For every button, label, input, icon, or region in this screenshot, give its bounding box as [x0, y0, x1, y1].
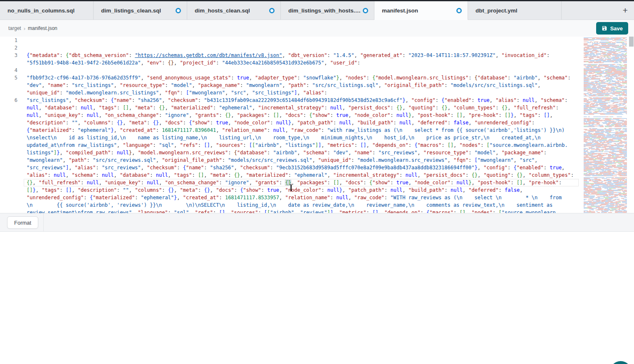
code-line[interactable]: "unique_id": "model.mwonglearn.src_listi… — [0, 89, 582, 97]
modified-dot-icon[interactable] — [363, 8, 368, 13]
code-line[interactable]: \n {{ source('airbnb', 'reviews') }}\n \… — [0, 201, 582, 209]
code-line[interactable]: 2 — [0, 44, 582, 52]
tab-no_nulls_in_columns-sql[interactable]: no_nulls_in_columns.sql — [0, 1, 94, 20]
tab-label: dim_listings_clean.sql — [101, 7, 161, 14]
line-number: 5 — [0, 74, 17, 82]
code-line[interactable]: \nselect\n id as listing_id,\n name as l… — [0, 134, 582, 141]
dbt-ide-window: no_nulls_in_columns.sqldim_listings_clea… — [0, 0, 634, 364]
code-line[interactable]: updated_at\nfrom raw_listings", "languag… — [0, 141, 582, 149]
tab-list: no_nulls_in_columns.sqldim_listings_clea… — [0, 1, 634, 20]
save-button-label: Save — [610, 25, 623, 32]
line-number: 3 — [0, 52, 17, 59]
code-line[interactable]: listings"]}, "compiled_path": null}, "mo… — [0, 149, 582, 156]
results-panel-header: Format — [0, 213, 634, 232]
modified-dot-icon[interactable] — [176, 8, 181, 13]
breadcrumb-bar: target›manifest.json Save — [0, 20, 634, 37]
code-line[interactable]: {"materialized": "ephemeral"}, "created_… — [0, 126, 582, 134]
tab-dim_hosts_clean-sql[interactable]: dim_hosts_clean.sql — [187, 1, 281, 20]
tab-label: manifest.json — [382, 7, 418, 14]
tab-label: no_nulls_in_columns.sql — [7, 7, 74, 14]
save-button[interactable]: Save — [596, 22, 628, 35]
code-line[interactable]: "dev", "name": "src_listings", "resource… — [0, 82, 582, 89]
minimap[interactable] — [582, 37, 629, 213]
code-editor[interactable]: 123{"metadata": {"dbt_schema_version": "… — [0, 37, 634, 213]
code-line[interactable]: "unrendered_config": {"materialized": "e… — [0, 194, 582, 201]
tab-label: dim_hosts_clean.sql — [195, 7, 250, 14]
tab-manifest-json[interactable]: manifest.json — [374, 1, 468, 20]
breadcrumb-chevron-icon: › — [24, 25, 25, 32]
code-line[interactable]: review_sentiment\nfrom raw_reviews", "la… — [0, 209, 582, 213]
code-line[interactable]: "src_reviews"], "alias": "src_reviews", … — [0, 164, 582, 171]
format-button[interactable]: Format — [7, 216, 38, 229]
modified-dot-icon[interactable] — [269, 8, 275, 13]
code-line[interactable]: null, "database": null, "tags": [], "met… — [0, 104, 582, 111]
modified-dot-icon[interactable] — [456, 8, 462, 13]
line-number: 6 — [0, 97, 17, 104]
breadcrumb-segment[interactable]: target — [8, 25, 21, 31]
code-line[interactable]: "5f51bb91-94b8-4e31-94f2-26b5e061d22a", … — [0, 59, 582, 67]
line-number: 1 — [0, 37, 17, 44]
tab-label: dim_listings_with_hosts.sql — [288, 7, 363, 14]
breadcrumb-segment[interactable]: manifest.json — [28, 25, 57, 31]
breadcrumb: target›manifest.json — [8, 20, 57, 37]
tab-bar: no_nulls_in_columns.sqldim_listings_clea… — [0, 1, 634, 20]
tab-dim_listings_with_hosts-sql[interactable]: dim_listings_with_hosts.sql — [281, 1, 374, 20]
code-line[interactable]: "mwonglearn", "path": "src/src_reviews.s… — [0, 156, 582, 164]
new-tab-button[interactable]: + — [620, 5, 631, 16]
code-line[interactable]: 5"fbb9f3c2-cf96-4a17-b736-976a62d35ff9",… — [0, 74, 582, 82]
mouse-ibeam-cursor — [289, 184, 293, 191]
line-number: 2 — [0, 44, 17, 52]
save-icon — [602, 25, 607, 31]
tab-dim_listings_clean-sql[interactable]: dim_listings_clean.sql — [94, 1, 187, 20]
tab-dbt_project-yml[interactable]: dbt_project.yml — [468, 1, 562, 20]
chat-bubble-button[interactable] — [610, 361, 632, 364]
code-line[interactable]: 1 — [0, 37, 582, 44]
code-line[interactable]: 3{"metadata": {"dbt_schema_version": "ht… — [0, 52, 582, 59]
line-number: 4 — [0, 67, 17, 74]
tab-label: dbt_project.yml — [476, 7, 518, 14]
code-line[interactable]: 4 — [0, 67, 582, 74]
scrollbar-thumb[interactable] — [629, 37, 634, 47]
code-line[interactable]: "alias": null, "schema": null, "database… — [0, 171, 582, 179]
panel-divider — [43, 213, 44, 231]
code-line[interactable]: 6"src_listings", "checksum": {"name": "s… — [0, 97, 582, 104]
code-line[interactable]: null, "unique_key": null, "on_schema_cha… — [0, 111, 582, 119]
code-line[interactable]: "description": "", "columns": {}, "meta"… — [0, 119, 582, 126]
